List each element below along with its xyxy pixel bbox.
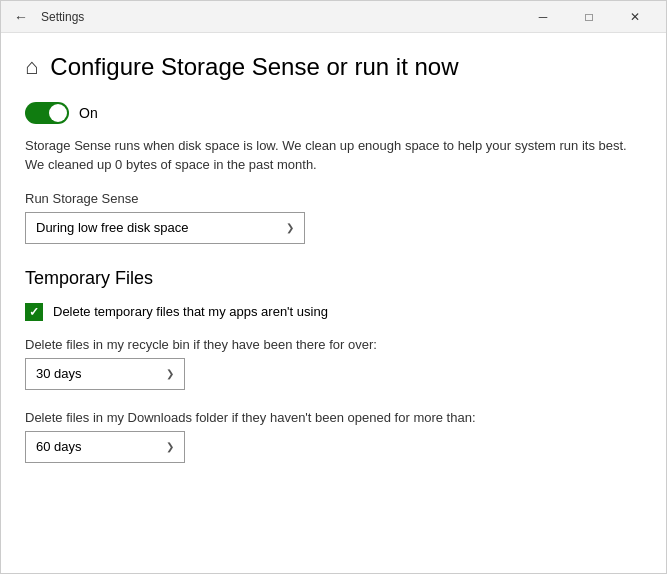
- minimize-button[interactable]: ─: [520, 1, 566, 33]
- downloads-folder-dropdown[interactable]: 60 days ❯: [25, 431, 185, 463]
- downloads-folder-label: Delete files in my Downloads folder if t…: [25, 410, 642, 425]
- back-icon: ←: [14, 9, 28, 25]
- delete-temp-files-row: ✓ Delete temporary files that my apps ar…: [25, 303, 642, 321]
- checkmark-icon: ✓: [29, 305, 39, 319]
- home-icon: ⌂: [25, 54, 38, 80]
- window-title: Settings: [37, 10, 520, 24]
- recycle-bin-value: 30 days: [36, 366, 82, 381]
- page-title: Configure Storage Sense or run it now: [50, 53, 458, 82]
- run-storage-sense-dropdown[interactable]: During low free disk space ❯: [25, 212, 305, 244]
- chevron-down-icon-3: ❯: [166, 441, 174, 452]
- page-header: ⌂ Configure Storage Sense or run it now: [25, 53, 642, 82]
- run-storage-sense-label: Run Storage Sense: [25, 191, 642, 206]
- description-text: Storage Sense runs when disk space is lo…: [25, 136, 642, 175]
- minimize-icon: ─: [539, 10, 548, 24]
- settings-window: ← Settings ─ □ ✕ ⌂ Configure Storage Sen…: [0, 0, 667, 574]
- page-content: ⌂ Configure Storage Sense or run it now …: [1, 33, 666, 573]
- recycle-bin-label: Delete files in my recycle bin if they h…: [25, 337, 642, 352]
- run-storage-sense-value: During low free disk space: [36, 220, 188, 235]
- chevron-down-icon-2: ❯: [166, 368, 174, 379]
- toggle-knob: [49, 104, 67, 122]
- close-icon: ✕: [630, 10, 640, 24]
- delete-temp-files-label: Delete temporary files that my apps aren…: [53, 304, 328, 319]
- temporary-files-title: Temporary Files: [25, 268, 642, 289]
- downloads-folder-value: 60 days: [36, 439, 82, 454]
- toggle-row: On: [25, 102, 642, 124]
- maximize-icon: □: [585, 10, 592, 24]
- storage-sense-toggle[interactable]: [25, 102, 69, 124]
- back-button[interactable]: ←: [9, 5, 33, 29]
- chevron-down-icon: ❯: [286, 222, 294, 233]
- window-controls: ─ □ ✕: [520, 1, 658, 33]
- recycle-bin-dropdown[interactable]: 30 days ❯: [25, 358, 185, 390]
- close-button[interactable]: ✕: [612, 1, 658, 33]
- maximize-button[interactable]: □: [566, 1, 612, 33]
- toggle-label: On: [79, 105, 98, 121]
- title-bar: ← Settings ─ □ ✕: [1, 1, 666, 33]
- delete-temp-files-checkbox[interactable]: ✓: [25, 303, 43, 321]
